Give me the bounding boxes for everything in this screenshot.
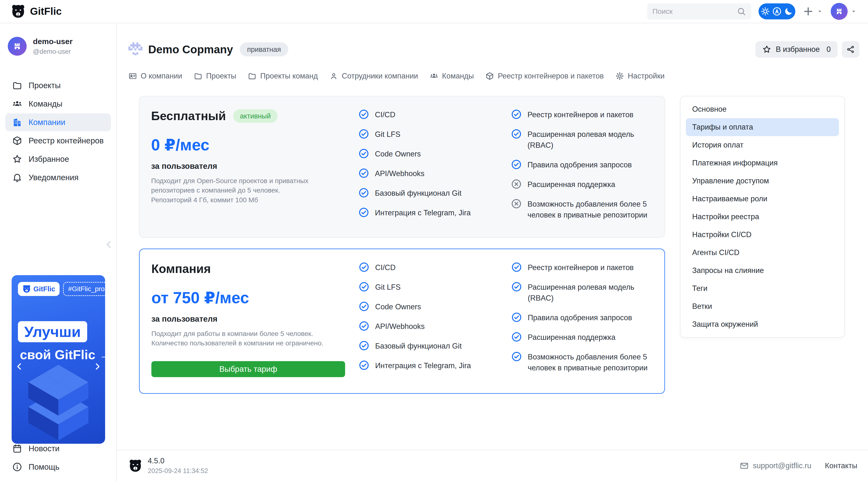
feature-item: Code Owners (359, 149, 511, 160)
sidebar-item-help[interactable]: Помощь (5, 458, 111, 476)
plan-description-line: Подходит для Open-Source проектов и прив… (151, 176, 359, 185)
content-row: Бесплатный активный 0 ₽/мес за пользоват… (128, 96, 859, 394)
topbar-actions (647, 3, 857, 20)
feature-item: API/Webhooks (359, 168, 511, 179)
app-logo[interactable]: GitFlic (11, 4, 62, 19)
plan-description: Подходит для работы в компании более 5 ч… (151, 329, 359, 348)
sidebar-item-notifications[interactable]: Уведомления (5, 169, 111, 186)
settings-item-tags[interactable]: Теги (686, 279, 839, 297)
tab-label: Проекты (206, 72, 236, 81)
sidebar-item-label: Реестр контейнеров (29, 136, 104, 145)
check-circle-icon (359, 301, 369, 312)
check-circle-icon (511, 351, 522, 362)
search-icon[interactable] (737, 7, 746, 16)
plan-price: 0 ₽/мес (151, 137, 359, 153)
tab-settings[interactable]: Настройки (615, 72, 664, 81)
plus-button[interactable] (803, 6, 814, 17)
settings-item-general[interactable]: Основное (686, 100, 839, 118)
search-input[interactable] (652, 7, 733, 16)
choose-plan-button[interactable]: Выбрать тариф (151, 361, 345, 377)
check-circle-icon (359, 281, 369, 292)
settings-item-registry[interactable]: Настройки реестра (686, 208, 839, 226)
banner-prev-button[interactable] (14, 361, 25, 372)
sidebar-nav: Проекты Команды Компании Реестр контейне… (0, 77, 116, 186)
user-profile[interactable]: demo-user @demo-user (0, 37, 116, 56)
sidebar-item-label: Избранное (29, 154, 69, 164)
feature-item: API/Webhooks (359, 321, 511, 332)
sidebar-item-projects[interactable]: Проекты (5, 77, 111, 94)
sidebar-item-companies[interactable]: Компании (5, 113, 111, 131)
search-box[interactable] (647, 3, 751, 19)
settings-item-access[interactable]: Управление доступом (686, 172, 839, 190)
folder-icon (248, 72, 256, 81)
banner-header: GitFlic #GitFlic_pro (11, 275, 105, 296)
settings-item-merge-requests[interactable]: Запросы на слияние (686, 262, 839, 279)
top-bar: GitFlic (0, 0, 868, 23)
avatar[interactable] (8, 37, 27, 56)
tab-projects[interactable]: Проекты (194, 72, 236, 81)
plan-per-user: за пользователя (151, 161, 359, 171)
chevron-left-icon (104, 239, 114, 250)
plus-icon (803, 6, 814, 17)
share-button[interactable] (842, 41, 859, 58)
tab-about[interactable]: О компании (128, 72, 182, 81)
plan-card-free: Бесплатный активный 0 ₽/мес за пользоват… (139, 96, 665, 238)
tab-registry[interactable]: Реестр контейнеров и пакетов (485, 72, 604, 81)
support-email[interactable]: support@gitflic.ru (740, 461, 811, 471)
tab-employees[interactable]: Сотрудники компании (330, 72, 418, 81)
sidebar-item-favorites[interactable]: Избранное (5, 150, 111, 168)
avatar[interactable] (831, 3, 848, 20)
banner-next-button[interactable] (92, 361, 103, 372)
settings-item-cicd[interactable]: Настройки CI/CD (686, 226, 839, 244)
support-email-label: support@gitflic.ru (753, 461, 811, 470)
chevron-left-icon (14, 362, 24, 371)
check-circle-icon (511, 159, 522, 170)
settings-item-payment-info[interactable]: Платежная информация (686, 154, 839, 172)
auto-theme-icon[interactable] (772, 6, 782, 16)
feature-item: CI/CD (359, 110, 511, 120)
settings-item-branches[interactable]: Ветки (686, 297, 839, 315)
user-menu[interactable] (831, 3, 857, 20)
create-menu[interactable] (803, 6, 824, 17)
check-circle-icon (511, 129, 522, 139)
add-to-favorites-button[interactable]: В избранное 0 (755, 41, 837, 58)
feature-item: Code Owners (359, 302, 511, 312)
star-icon (762, 45, 771, 54)
feature-item: Расширенная ролевая модель (RBAC) (511, 129, 653, 151)
chevron-down-icon[interactable] (816, 8, 824, 15)
plan-description: Подходит для Open-Source проектов и прив… (151, 176, 359, 205)
plan-name: Компания (151, 262, 211, 276)
check-circle-icon (359, 109, 369, 120)
gear-icon (615, 72, 624, 81)
plan-per-user: за пользователя (151, 314, 359, 324)
settings-item-env-protection[interactable]: Защита окружений (686, 315, 839, 333)
plan-summary: Компания от 750 ₽/мес за пользователя По… (151, 260, 359, 382)
dark-theme-icon[interactable] (784, 6, 794, 16)
settings-item-tariffs[interactable]: Тарифы и оплата (686, 118, 839, 136)
feature-item: Git LFS (359, 129, 511, 140)
check-circle-icon (359, 321, 369, 331)
favorites-label: В избранное (776, 45, 819, 54)
sidebar-collapse-button[interactable] (104, 238, 114, 251)
sidebar-item-registry[interactable]: Реестр контейнеров (5, 132, 111, 150)
settings-item-payment-history[interactable]: История оплат (686, 136, 839, 154)
bear-logo-icon (11, 4, 26, 19)
tab-teams[interactable]: Команды (430, 72, 474, 81)
theme-switcher[interactable] (758, 3, 795, 19)
contacts-link[interactable]: Контакты (825, 461, 857, 470)
build-timestamp: 2025-09-24 11:34:52 (148, 467, 208, 475)
settings-menu: Основное Тарифы и оплата История оплат П… (680, 96, 845, 338)
settings-item-custom-roles[interactable]: Настраиваемые роли (686, 190, 839, 208)
promo-banner[interactable]: GitFlic #GitFlic_pro Улучши свой GitFlic… (11, 275, 105, 444)
sidebar-item-teams[interactable]: Команды (5, 95, 111, 113)
feature-item: Расширенная ролевая модель (RBAC) (511, 282, 653, 304)
settings-item-cicd-agents[interactable]: Агенты CI/CD (686, 244, 839, 262)
company-tabs: О компании Проекты Проекты команд Сотруд… (128, 72, 859, 81)
app-logo-label: GitFlic (30, 6, 62, 17)
tab-label: Настройки (628, 72, 664, 81)
x-circle-icon (511, 179, 522, 189)
light-theme-icon[interactable] (761, 6, 770, 16)
user-handle: @demo-user (33, 48, 73, 56)
chevron-down-icon[interactable] (850, 8, 857, 15)
tab-team-projects[interactable]: Проекты команд (248, 72, 318, 81)
